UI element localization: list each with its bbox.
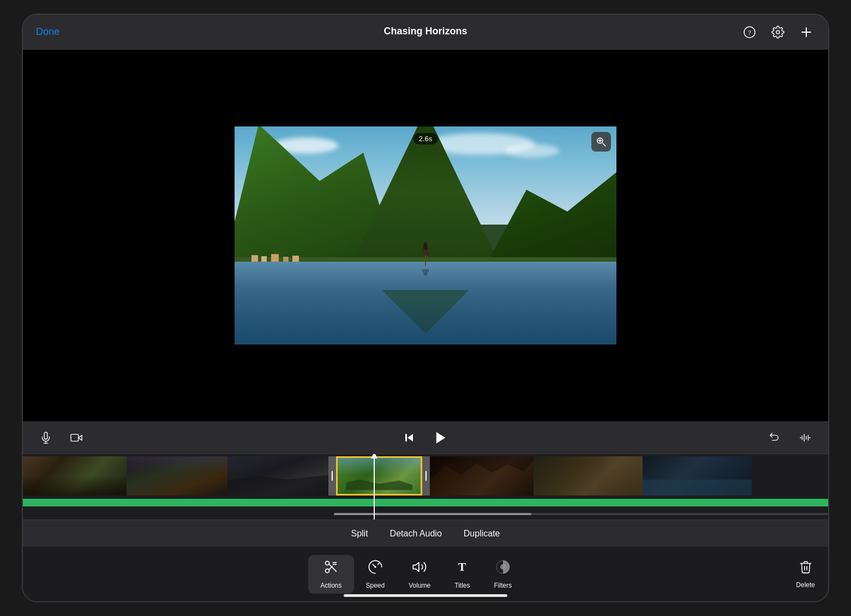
timeline-area[interactable] <box>23 454 828 520</box>
add-button[interactable] <box>798 23 815 41</box>
controls-bar <box>23 421 828 454</box>
clip-right-handle[interactable] <box>422 456 430 496</box>
zoom-button[interactable] <box>591 132 611 152</box>
village <box>246 252 355 262</box>
svg-rect-10 <box>71 434 79 442</box>
titles-label: Titles <box>454 582 470 589</box>
controls-left-group <box>36 428 86 448</box>
svg-text:T: T <box>458 560 466 573</box>
svg-rect-12 <box>405 434 407 442</box>
header-title: Chasing Horizons <box>383 26 467 37</box>
duplicate-button[interactable]: Duplicate <box>464 529 500 539</box>
volume-tool[interactable]: Volume <box>397 555 442 594</box>
titles-icon: T <box>454 559 470 578</box>
timeline-scrollbar <box>334 513 828 515</box>
delete-label: Delete <box>796 581 815 589</box>
header-icons: ? <box>741 23 815 41</box>
device-frame: Done Chasing Horizons ? <box>22 14 829 602</box>
speaker-icon <box>412 559 427 578</box>
timeline-track <box>23 454 828 498</box>
svg-point-26 <box>500 564 506 570</box>
figure-reflection <box>422 269 429 276</box>
time-badge: 2.6s <box>413 133 438 144</box>
speed-tool[interactable]: Speed <box>354 555 397 594</box>
play-button[interactable] <box>430 427 452 449</box>
filters-tool[interactable]: Filters <box>482 555 524 594</box>
clip-left-handle[interactable] <box>328 456 336 496</box>
trash-icon <box>799 560 813 578</box>
cloud-3 <box>505 144 559 158</box>
figure <box>422 242 429 266</box>
svg-line-19 <box>329 566 332 569</box>
settings-button[interactable] <box>769 23 787 41</box>
microphone-button[interactable] <box>36 428 56 448</box>
filters-icon <box>495 559 511 578</box>
timeline-scroll-thumb <box>334 513 531 515</box>
playhead[interactable] <box>374 454 375 520</box>
camera-button[interactable] <box>67 428 86 448</box>
context-menu-bar: Split Detach Audio Duplicate <box>23 520 828 547</box>
audio-track <box>23 499 828 506</box>
actions-label: Actions <box>320 582 341 589</box>
scissors-icon <box>323 559 339 578</box>
detach-audio-button[interactable]: Detach Audio <box>390 529 442 539</box>
svg-marker-23 <box>413 562 419 571</box>
svg-text:?: ? <box>748 28 751 37</box>
controls-center-group <box>86 427 765 449</box>
volume-label: Volume <box>409 582 430 589</box>
video-preview-area: 2.6s <box>23 50 828 421</box>
header-bar: Done Chasing Horizons ? <box>23 15 828 50</box>
clip-7[interactable] <box>643 456 752 496</box>
svg-line-5 <box>603 143 606 146</box>
header-left: Done <box>36 26 59 38</box>
gauge-icon <box>368 559 383 578</box>
clip-selected[interactable] <box>336 456 422 496</box>
titles-tool[interactable]: T Titles <box>442 555 482 594</box>
done-button[interactable]: Done <box>36 26 59 37</box>
svg-marker-13 <box>436 432 445 444</box>
bottom-toolbar: Actions Speed <box>23 547 828 601</box>
audio-wave-button[interactable] <box>795 428 815 448</box>
controls-right-group <box>765 428 815 448</box>
speed-label: Speed <box>366 582 385 589</box>
home-indicator <box>344 594 507 597</box>
help-button[interactable]: ? <box>741 23 758 41</box>
actions-tool[interactable]: Actions <box>308 555 353 594</box>
filters-label: Filters <box>494 582 512 589</box>
svg-point-22 <box>374 566 376 568</box>
svg-marker-11 <box>407 434 413 442</box>
undo-button[interactable] <box>765 428 784 448</box>
delete-button[interactable]: Delete <box>796 560 815 589</box>
toolbar-tools: Actions Speed <box>36 555 796 594</box>
clip-1[interactable] <box>23 456 127 496</box>
clip-5[interactable] <box>430 456 534 496</box>
split-button[interactable]: Split <box>351 529 368 539</box>
svg-line-18 <box>329 564 336 571</box>
skip-back-button[interactable] <box>399 428 419 448</box>
clip-3[interactable] <box>227 456 328 496</box>
clip-2[interactable] <box>127 456 227 496</box>
video-player: 2.6s <box>235 126 616 345</box>
clip-6[interactable] <box>534 456 643 496</box>
